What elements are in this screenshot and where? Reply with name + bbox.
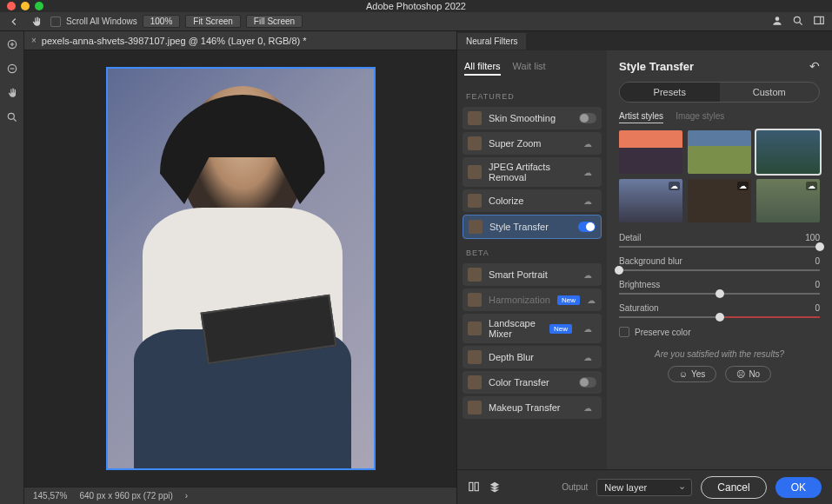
filter-thumb (468, 293, 482, 307)
filter-thumb (468, 268, 482, 282)
presets-tab[interactable]: Presets (620, 83, 720, 102)
search-icon[interactable] (792, 15, 804, 29)
new-badge: New (557, 295, 580, 305)
compare-icon[interactable] (468, 481, 480, 494)
status-zoom: 145,57% (33, 491, 67, 501)
filter-thumb (468, 401, 482, 414)
style-preset-6[interactable]: ☁ (756, 179, 820, 222)
maximize-window-button[interactable] (35, 2, 43, 10)
zoom-percent-button[interactable]: 100% (143, 15, 181, 28)
filter-smart-portrait[interactable]: Smart Portrait ☁ (463, 263, 602, 286)
style-preset-5[interactable]: ☁ (688, 179, 751, 222)
bgblur-slider-row: Background blur0 (619, 256, 820, 271)
section-featured: FEATURED (463, 85, 602, 104)
brightness-slider-row: Brightness0 (619, 280, 820, 295)
preserve-color-checkbox[interactable] (619, 327, 629, 337)
download-icon[interactable]: ☁ (579, 324, 596, 334)
workspace-icon[interactable] (813, 15, 825, 29)
new-badge: New (549, 324, 572, 334)
download-icon[interactable]: ☁ (579, 270, 596, 280)
artist-styles-tab[interactable]: Artist styles (619, 111, 663, 123)
document-tab[interactable]: × pexels-anna-shvets-3987107.jpeg @ 146%… (24, 36, 314, 46)
download-icon[interactable]: ☁ (579, 168, 596, 177)
smile-icon: ☺ (679, 369, 688, 379)
filter-colorize[interactable]: Colorize ☁ (463, 189, 602, 212)
zoom-tool[interactable] (4, 109, 20, 125)
feedback-no-button[interactable]: ☹No (725, 366, 771, 382)
style-preset-4[interactable]: ☁ (619, 179, 682, 222)
bgblur-slider[interactable] (619, 269, 820, 271)
filter-makeup-transfer[interactable]: Makeup Transfer ☁ (463, 396, 602, 419)
tab-all-filters[interactable]: All filters (464, 61, 501, 76)
toggle-style-transfer[interactable] (578, 222, 596, 232)
filter-thumb (469, 220, 483, 234)
canvas-area[interactable] (24, 50, 456, 487)
ok-button[interactable]: OK (775, 477, 822, 498)
layers-icon[interactable] (489, 481, 501, 494)
filter-style-transfer[interactable]: Style Transfer (463, 215, 602, 239)
status-bar: 145,57% 640 px x 960 px (72 ppi) › (24, 487, 456, 504)
brightness-slider[interactable] (619, 293, 820, 295)
hand-tool-icon[interactable] (28, 15, 45, 29)
download-icon[interactable]: ☁ (579, 196, 596, 206)
fit-screen-button[interactable]: Fit Screen (185, 15, 241, 28)
feedback-yes-button[interactable]: ☺Yes (668, 366, 717, 382)
download-icon: ☁ (669, 182, 680, 190)
svg-point-0 (775, 17, 780, 21)
tab-wait-list[interactable]: Wait list (513, 61, 546, 76)
image-styles-tab[interactable]: Image styles (676, 111, 724, 123)
style-preset-1[interactable] (619, 130, 682, 174)
filter-thumb (468, 165, 482, 179)
left-tool-strip (0, 31, 24, 504)
filter-harmonization[interactable]: Harmonization New ☁ (463, 288, 602, 311)
filter-skin-smoothing[interactable]: Skin Smoothing (463, 107, 602, 129)
style-preset-3[interactable] (756, 130, 820, 174)
style-grid: ☁ ☁ ☁ (619, 130, 820, 222)
filter-super-zoom[interactable]: Super Zoom ☁ (463, 132, 602, 155)
status-dimensions: 640 px x 960 px (72 ppi) (79, 491, 172, 501)
custom-tab[interactable]: Custom (720, 83, 820, 102)
filter-thumb (468, 322, 482, 335)
close-tab-icon[interactable]: × (31, 36, 37, 45)
scroll-all-checkbox[interactable] (50, 17, 61, 27)
download-icon[interactable]: ☁ (579, 403, 596, 413)
saturation-slider-row: Saturation0 (619, 303, 820, 318)
panel-bottom-bar: Output New layer Cancel OK (457, 469, 832, 504)
toggle-color-transfer[interactable] (579, 377, 596, 388)
download-icon[interactable]: ☁ (579, 139, 596, 149)
cloud-sync-icon[interactable] (771, 15, 783, 29)
neural-filters-tab[interactable]: Neural Filters (457, 31, 832, 50)
filter-depth-blur[interactable]: Depth Blur ☁ (463, 346, 602, 368)
fill-screen-button[interactable]: Fill Screen (246, 15, 303, 28)
download-icon[interactable]: ☁ (579, 353, 596, 362)
preserve-color-label: Preserve color (635, 328, 690, 337)
style-preset-2[interactable] (688, 130, 751, 174)
preset-custom-segment: Presets Custom (619, 82, 820, 103)
zoom-in-tool[interactable] (4, 36, 20, 52)
document-tab-bar: × pexels-anna-shvets-3987107.jpeg @ 146%… (24, 31, 456, 50)
filter-landscape-mixer[interactable]: Landscape Mixer New ☁ (463, 314, 602, 343)
download-icon: ☁ (737, 182, 749, 190)
output-label: Output (562, 482, 588, 492)
cancel-button[interactable]: Cancel (701, 476, 766, 499)
zoom-out-tool[interactable] (4, 61, 20, 76)
detail-slider-row: Detail100 (619, 233, 820, 248)
frown-icon: ☹ (736, 369, 745, 379)
saturation-slider[interactable] (619, 316, 820, 318)
reset-icon[interactable]: ↶ (809, 59, 820, 73)
toggle-skin-smoothing[interactable] (579, 113, 596, 123)
download-icon[interactable]: ☁ (587, 295, 596, 305)
detail-slider[interactable] (619, 246, 820, 248)
document-tab-title: pexels-anna-shvets-3987107.jpeg @ 146% (… (42, 36, 307, 46)
filter-thumb (468, 194, 482, 208)
home-back-button[interactable] (5, 15, 23, 29)
filter-jpeg-artifacts[interactable]: JPEG Artifacts Removal ☁ (463, 157, 602, 187)
status-expand-icon[interactable]: › (185, 491, 188, 501)
minimize-window-button[interactable] (21, 2, 30, 10)
canvas-image (106, 67, 376, 470)
close-window-button[interactable] (7, 2, 16, 10)
output-select[interactable]: New layer (596, 479, 692, 496)
filter-color-transfer[interactable]: Color Transfer (463, 371, 602, 394)
hand-tool[interactable] (4, 85, 20, 101)
options-bar: Scroll All Windows 100% Fit Screen Fill … (0, 12, 832, 31)
